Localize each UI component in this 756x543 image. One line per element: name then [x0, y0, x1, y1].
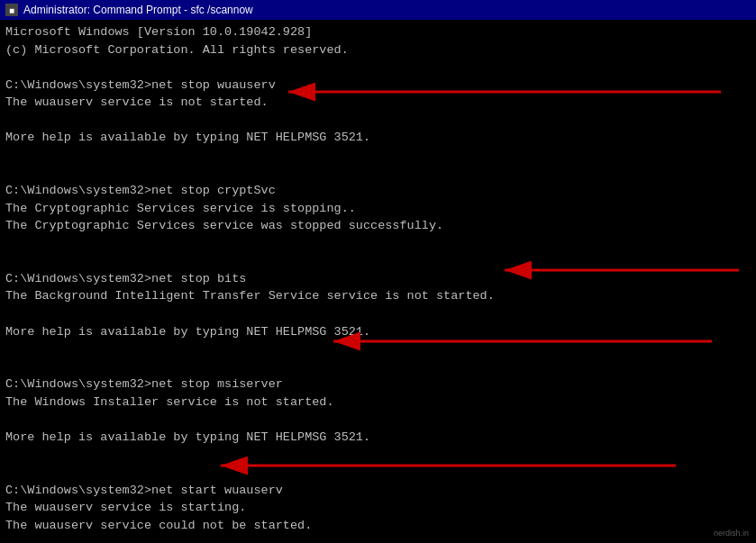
- terminal-line: [5, 235, 751, 253]
- terminal-line: C:\Windows\system32>net start wuauserv: [5, 482, 751, 500]
- terminal-line: The wuauserv service could not be starte…: [5, 517, 751, 535]
- terminal-line: More help is available by typing NET HEL…: [5, 129, 751, 147]
- terminal-line: [5, 165, 751, 183]
- terminal-window: Microsoft Windows [Version 10.0.19042.92…: [0, 20, 756, 543]
- watermark: nerdish.in: [714, 529, 749, 538]
- terminal-line: (c) Microsoft Corporation. All rights re…: [5, 41, 751, 59]
- terminal-line: [5, 147, 751, 165]
- title-bar-text: Administrator: Command Prompt - sfc /sca…: [23, 4, 751, 16]
- terminal-line: [5, 340, 751, 358]
- terminal-line: C:\Windows\system32>net stop bits: [5, 270, 751, 288]
- cmd-icon: ■: [5, 4, 18, 16]
- terminal-line: [5, 112, 751, 130]
- terminal-line: [5, 447, 751, 465]
- terminal-line: The Windows Installer service is not sta…: [5, 394, 751, 412]
- terminal-line: [5, 305, 751, 323]
- terminal-line: C:\Windows\system32>net stop cryptSvc: [5, 182, 751, 200]
- terminal-line: [5, 464, 751, 482]
- terminal-line: The Cryptographic Services service was s…: [5, 217, 751, 235]
- terminal-line: C:\Windows\system32>net stop msiserver: [5, 376, 751, 394]
- terminal-line: Microsoft Windows [Version 10.0.19042.92…: [5, 23, 751, 41]
- terminal-line: The Cryptographic Services service is st…: [5, 200, 751, 218]
- terminal-line: [5, 358, 751, 376]
- terminal-line: C:\Windows\system32>net stop wuauserv: [5, 77, 751, 95]
- terminal-line: The wuauserv service is starting.: [5, 499, 751, 517]
- title-bar: ■ Administrator: Command Prompt - sfc /s…: [0, 0, 756, 20]
- terminal-line: The Background Intelligent Transfer Serv…: [5, 287, 751, 305]
- terminal-line: The wuauserv service is not started.: [5, 94, 751, 112]
- terminal-line: More help is available by typing NET HEL…: [5, 323, 751, 341]
- terminal-line: [5, 534, 751, 543]
- terminal-line: [5, 59, 751, 77]
- terminal-line: [5, 411, 751, 429]
- terminal-line: [5, 252, 751, 270]
- terminal-line: More help is available by typing NET HEL…: [5, 429, 751, 447]
